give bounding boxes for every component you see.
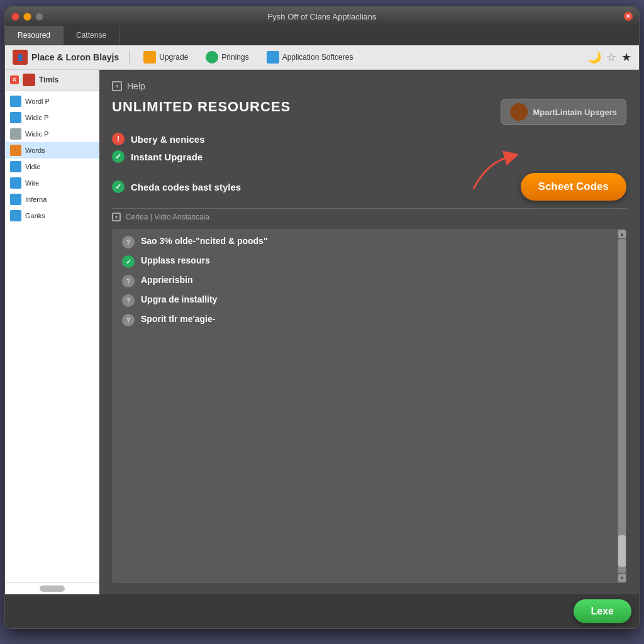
bottom-bar: Lexe <box>5 594 639 628</box>
sidebar-item-label: Widic P <box>25 130 48 138</box>
feature-cheda-text: Cheda codes bast styles <box>131 182 241 192</box>
scroll-track <box>618 239 626 573</box>
scroll-item-icon: ? <box>122 236 135 248</box>
moon-icon: 🌙 <box>587 50 601 64</box>
sidebar-item-icon <box>10 128 21 140</box>
feature-text: Ubery & nenices <box>131 134 205 145</box>
scroll-item-3: ? Upgra de installity <box>122 294 608 307</box>
scroll-list: ? Sao 3% olde-"ncited & poods" ✓ Upplass… <box>112 229 618 583</box>
sidebar-item-label: Vidie <box>25 163 40 170</box>
feature-item-ubery: ! Ubery & nenices <box>112 133 626 145</box>
sidebar-scroll-thumb <box>40 586 65 592</box>
scroll-item-icon: ? <box>122 294 135 307</box>
sidebar-item-icon <box>10 210 21 221</box>
prinings-icon <box>206 51 218 64</box>
prinings-btn[interactable]: Prinings <box>202 49 252 65</box>
feature-list: ! Ubery & nenices ✓ Instant Upgrade <box>112 133 626 163</box>
sidebar-item-icon <box>10 194 21 205</box>
scroll-item-icon: ? <box>122 275 135 287</box>
star-filled-icon[interactable]: ★ <box>621 50 631 64</box>
section-label: Cerlea | Vidio Anstascala <box>126 213 209 221</box>
sidebar-item-vidie[interactable]: Vidie <box>5 158 99 175</box>
sidebar-item-icon <box>10 177 21 189</box>
feature-item-instant: ✓ Instant Upgrade <box>112 150 626 163</box>
scrollbar[interactable]: ▲ ▼ <box>618 229 626 583</box>
section-collapse-icon[interactable]: ▾ <box>112 213 121 221</box>
help-label: Help <box>127 81 145 91</box>
scroll-list-container: ? Sao 3% olde-"ncited & poods" ✓ Upplass… <box>112 229 626 583</box>
content-area: ▾ Help UNLIMITED RESOURCES MpartLintain … <box>99 70 639 594</box>
sidebar-item-widicp1[interactable]: Widic P <box>5 109 99 126</box>
scroll-item-2: ? Apprierisbin <box>122 274 608 287</box>
maintain-button[interactable]: MpartLintain Upsgers <box>501 99 626 125</box>
close-btn[interactable] <box>11 13 19 21</box>
sidebar-item-label: Wordl P <box>25 97 50 105</box>
sidebar: ✕ Timls Wordl P Widic P Widic P <box>5 70 99 594</box>
sidebar-item-icon <box>10 96 21 107</box>
scroll-up-btn[interactable]: ▲ <box>618 230 626 238</box>
brand-label: Place & Loron Blayjs <box>31 52 119 62</box>
upgrade-icon <box>143 51 156 64</box>
sidebar-list: Wordl P Widic P Widic P Words Vidie <box>5 91 99 582</box>
feature-text: Instant Upgrade <box>131 152 203 162</box>
toolbar-separator <box>129 50 130 65</box>
window-close-x[interactable]: ✕ <box>624 12 633 21</box>
scroll-down-btn[interactable]: ▼ <box>618 574 626 582</box>
cheat-codes-button[interactable]: Scheet Codes <box>521 173 626 201</box>
toolbar-brand: 👤 Place & Loron Blayjs <box>13 50 119 65</box>
sidebar-item-wite[interactable]: Wite <box>5 175 99 191</box>
scroll-item-4: ? Sporit tlr me'agie- <box>122 313 608 326</box>
main-body: ✕ Timls Wordl P Widic P Widic P <box>5 70 639 594</box>
scroll-item-text: Sporit tlr me'agie- <box>141 313 215 326</box>
sidebar-item-inferna[interactable]: Inferna <box>5 191 99 208</box>
sidebar-close-btn[interactable]: ✕ <box>10 75 19 84</box>
sidebar-title: Timls <box>39 75 58 84</box>
sidebar-item-label: Ganks <box>25 212 45 219</box>
maximize-btn[interactable] <box>35 13 43 21</box>
scroll-item-text: Sao 3% olde-"ncited & poods" <box>141 235 268 248</box>
maintain-avatar-icon <box>510 103 528 121</box>
prinings-label: Prinings <box>221 53 248 62</box>
brand-avatar-icon: 👤 <box>13 50 28 65</box>
tab-resoured[interactable]: Resoured <box>5 26 64 45</box>
toolbar-right-icons: 🌙 ☆ ★ <box>587 50 631 64</box>
feature-item-cheda: ✓ Cheda codes bast styles <box>112 180 241 193</box>
upgrade-btn[interactable]: Upgrade <box>140 49 192 65</box>
scroll-thumb <box>618 535 626 567</box>
top-row: UNLIMITED RESOURCES MpartLintain Upsgers <box>112 99 626 125</box>
scroll-item-0: ? Sao 3% olde-"ncited & poods" <box>122 235 608 248</box>
section-divider: ▾ Cerlea | Vidio Anstascala <box>112 208 626 221</box>
sidebar-item-words[interactable]: Words <box>5 142 99 158</box>
feature-check-icon-2: ✓ <box>112 180 125 193</box>
lexe-button[interactable]: Lexe <box>574 599 631 623</box>
feature-warning-icon: ! <box>112 133 125 145</box>
minimize-btn[interactable] <box>23 13 31 21</box>
sidebar-app-icon <box>23 74 35 86</box>
sidebar-item-icon <box>10 112 21 123</box>
unlimited-title: UNLIMITED RESOURCES <box>112 99 291 115</box>
tab-cattense[interactable]: Cattense <box>64 26 119 45</box>
title-bar: Fysh Off of Clans Apptlaclians ✕ <box>5 7 639 26</box>
app-window: Fysh Off of Clans Apptlaclians ✕ Resoure… <box>4 6 640 629</box>
sidebar-scrollbar[interactable] <box>5 582 99 594</box>
middle-row: ✓ Cheda codes bast styles Scheet Codes <box>112 173 626 201</box>
toolbar: 👤 Place & Loron Blayjs Upgrade Prinings … <box>5 45 639 70</box>
sidebar-item-icon <box>10 145 21 156</box>
help-section: ▾ Help <box>112 81 626 91</box>
window-title: Fysh Off of Clans Apptlaclians <box>267 12 376 21</box>
scroll-item-1: ✓ Upplass resours <box>122 255 608 268</box>
window-controls <box>11 13 43 21</box>
sidebar-item-wordlp[interactable]: Wordl P <box>5 93 99 109</box>
sidebar-item-label: Words <box>25 147 45 154</box>
sidebar-header: ✕ Timls <box>5 70 99 91</box>
sidebar-item-label: Inferna <box>25 196 47 203</box>
sidebar-item-ganks[interactable]: Ganks <box>5 208 99 224</box>
app-btn[interactable]: Application Softceres <box>263 49 357 65</box>
feature-check-icon: ✓ <box>112 150 125 163</box>
help-collapse-icon[interactable]: ▾ <box>112 81 122 91</box>
sidebar-item-widicp2[interactable]: Widic P <box>5 126 99 142</box>
upgrade-label: Upgrade <box>159 53 188 62</box>
maintain-label: MpartLintain Upsgers <box>533 108 617 117</box>
app-icon <box>267 51 279 64</box>
star-empty-icon[interactable]: ☆ <box>606 50 616 64</box>
